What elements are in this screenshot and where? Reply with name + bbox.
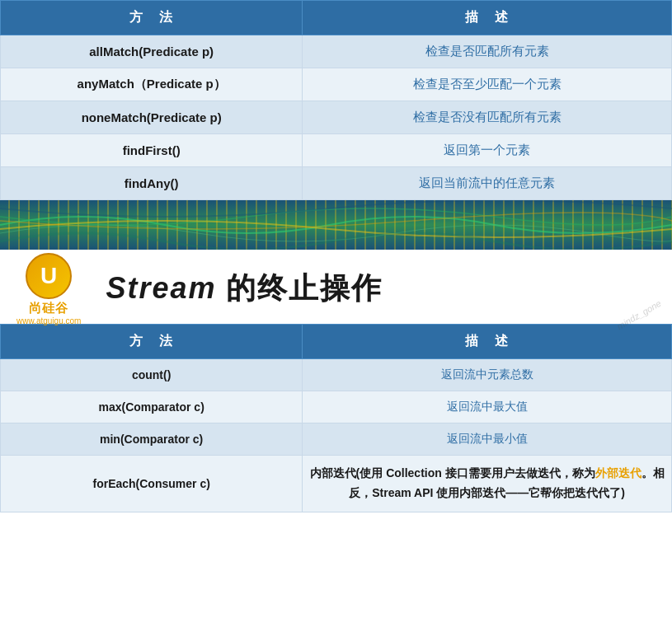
method-cell-count: count()	[1, 359, 303, 391]
logo-circle: U	[26, 253, 72, 299]
desc-cell-count: 返回流中元素总数	[303, 359, 672, 391]
method-cell-min: min(Comparator c)	[1, 423, 303, 456]
logo-area: U 尚硅谷 www.atguigu.com	[16, 253, 81, 325]
bottom-methods-table: 方 法 描 述 count() 返回流中元素总数 max(Comparator …	[0, 324, 672, 512]
desc-cell-foreach: 内部迭代(使用 Collection 接口需要用户去做迭代，称为外部迭代。相反，…	[303, 456, 672, 512]
top-table-desc-header: 描 述	[303, 1, 672, 35]
desc-cell: 返回当前流中的任意元素	[303, 167, 672, 200]
foreach-outer-iter: 外部迭代	[595, 466, 641, 480]
logo-letter: U	[40, 263, 57, 289]
logo-url: www.atguigu.com	[16, 316, 81, 325]
title-rest: 的终止操作	[226, 271, 383, 305]
method-cell-max: max(Comparator c)	[1, 391, 303, 423]
page-title: Stream 的终止操作	[106, 269, 383, 309]
logo-title-section: U 尚硅谷 www.atguigu.com Stream 的终止操作 mindz…	[0, 250, 672, 324]
top-methods-table: 方 法 描 述 allMatch(Predicate p) 检查是否匹配所有元素…	[0, 0, 672, 200]
method-cell: allMatch(Predicate p)	[1, 35, 303, 68]
desc-cell: 检查是否至少匹配一个元素	[303, 68, 672, 101]
bottom-table-method-header: 方 法	[1, 325, 303, 359]
method-cell: anyMatch（Predicate p）	[1, 68, 303, 101]
method-cell: noneMatch(Predicate p)	[1, 101, 303, 134]
foreach-bold-start: 内部迭代(使用 Collection 接口需要用户去做迭代，称为	[310, 466, 595, 480]
method-cell: findFirst()	[1, 134, 303, 167]
top-table-method-header: 方 法	[1, 1, 303, 35]
bottom-table-desc-header: 描 述	[303, 325, 672, 359]
desc-cell: 检查是否匹配所有元素	[303, 35, 672, 68]
logo-name-cn: 尚硅谷	[29, 301, 68, 316]
desc-cell: 检查是否没有匹配所有元素	[303, 101, 672, 134]
method-cell-foreach: forEach(Consumer c)	[1, 456, 303, 512]
desc-cell-min: 返回流中最小值	[303, 423, 672, 456]
desc-cell-max: 返回流中最大值	[303, 391, 672, 423]
stream-word: Stream	[106, 271, 216, 305]
wave-separator	[0, 200, 672, 250]
desc-cell: 返回第一个元素	[303, 134, 672, 167]
method-cell: findAny()	[1, 167, 303, 200]
